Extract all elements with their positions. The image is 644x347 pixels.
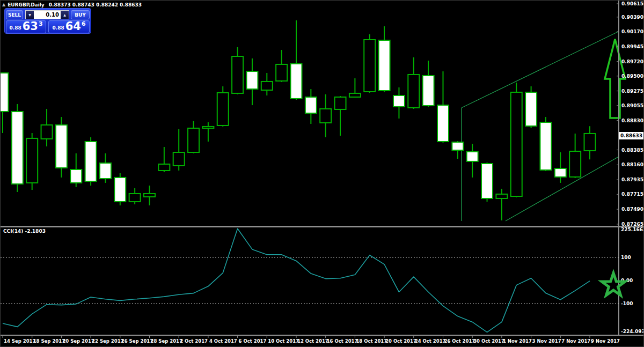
date-axis-label: 14 Sep 2017 — [4, 338, 35, 344]
candle-body — [584, 134, 596, 151]
candle-body — [291, 64, 302, 99]
date-axis-label: 9 Nov 2017 — [591, 338, 620, 344]
date-axis-label: 16 Oct 2017 — [327, 338, 358, 344]
price-axis-label: 0.89720 — [621, 59, 643, 64]
date-axis-label: 1 Nov 2017 — [503, 338, 532, 344]
candle-body — [173, 152, 185, 166]
candle-body — [540, 122, 551, 170]
sell-big-figure: 0.88 — [9, 25, 21, 31]
pane-separator[interactable] — [1, 226, 644, 227]
date-axis-label: 18 Oct 2017 — [356, 338, 387, 344]
cci-indicator-line — [3, 228, 590, 332]
trend-channel-line[interactable] — [462, 32, 618, 108]
buy-pipette: 6 — [82, 20, 86, 27]
buy-pips: 64 — [65, 21, 81, 32]
time-axis-separator — [1, 335, 644, 336]
candle-body — [85, 142, 97, 181]
date-axis-label: 2 Oct 2017 — [180, 338, 208, 344]
price-axis-label: 0.89275 — [621, 88, 643, 94]
candle-body — [379, 40, 390, 91]
candle-body — [232, 56, 243, 93]
candle-body — [217, 93, 229, 125]
date-axis-label: 30 Oct 2017 — [473, 338, 504, 344]
cci-axis-label: -100 — [621, 301, 633, 306]
candle-body — [188, 128, 199, 152]
buy-price-display[interactable]: 0.88 64 6 — [48, 20, 90, 33]
date-axis-label: 26 Oct 2017 — [444, 338, 475, 344]
lot-decrease-button[interactable]: ▼ — [26, 11, 34, 19]
ohlc-readout: 0.88373 0.88743 0.88242 0.88633 — [49, 2, 142, 8]
lot-increase-button[interactable]: ▲ — [61, 11, 69, 19]
candle-body — [276, 64, 287, 81]
date-axis-label: 18 Sep 2017 — [33, 338, 65, 344]
price-axis-label: 0.89500 — [621, 73, 643, 79]
price-axis-label: 0.87265 — [621, 222, 643, 227]
mt4-chart-window: 0.906150.903900.901700.899450.897200.895… — [0, 0, 644, 347]
lot-size-spinner: ▼ ▲ — [25, 10, 69, 19]
price-axis-label: 0.88830 — [621, 118, 643, 123]
candle-body — [202, 127, 214, 128]
candle-body — [56, 125, 67, 168]
candle-body — [467, 152, 478, 161]
date-axis-label: 6 Oct 2017 — [239, 338, 267, 344]
lot-size-input[interactable] — [34, 11, 61, 19]
candle-body — [41, 125, 53, 139]
current-price-tag: 0.88633 — [619, 132, 644, 139]
price-axis-label: 0.87935 — [621, 177, 643, 182]
price-axis-label: 0.90170 — [621, 29, 643, 34]
candle-body — [129, 194, 141, 202]
cci-axis-label: -224.093 — [621, 329, 644, 334]
price-axis-label: 0.88160 — [621, 162, 643, 167]
date-axis-label: 20 Oct 2017 — [385, 338, 416, 344]
candle-body — [144, 194, 155, 197]
price-axis-label: 0.90390 — [621, 14, 643, 20]
candle-body — [423, 76, 434, 106]
collapse-panel-icon[interactable]: ▲ — [2, 2, 5, 7]
candle-body — [1, 73, 9, 112]
cci-axis-label: 100 — [621, 255, 631, 260]
date-axis-label: 10 Oct 2017 — [268, 338, 299, 344]
candle-body — [496, 194, 507, 198]
candle-body — [261, 82, 273, 90]
candle-body — [114, 178, 126, 202]
date-axis-label: 4 Oct 2017 — [209, 338, 237, 344]
candle-body — [525, 92, 537, 126]
date-axis-label: 26 Sep 2017 — [121, 338, 153, 344]
candle-body — [481, 164, 493, 198]
chart-canvas[interactable]: 0.906150.903900.901700.899450.897200.895… — [1, 1, 644, 347]
candle-body — [511, 92, 522, 196]
candle-body — [569, 151, 581, 177]
date-axis-label: 3 Nov 2017 — [532, 338, 561, 344]
candle-body — [393, 95, 405, 107]
candle-body — [246, 71, 258, 89]
sell-button[interactable]: SELL — [6, 10, 23, 19]
price-axis-label: 0.87715 — [621, 191, 643, 197]
candle-body — [335, 97, 346, 109]
date-axis-label: 24 Oct 2017 — [415, 338, 446, 344]
candle-body — [12, 112, 23, 184]
candle-body — [100, 163, 111, 179]
sell-pipette: 3 — [39, 20, 43, 27]
date-axis-label: 28 Sep 2017 — [151, 338, 182, 344]
symbol-timeframe-label: EURGBP,Daily — [8, 2, 45, 8]
candle-body — [26, 138, 38, 183]
candle-body — [555, 168, 566, 177]
price-axis-label: 0.88385 — [621, 147, 643, 153]
candle-body — [320, 109, 331, 123]
candle-body — [452, 142, 463, 150]
buy-big-figure: 0.88 — [52, 25, 64, 31]
candle-body — [408, 75, 419, 108]
candle-body — [349, 93, 361, 97]
candle-body — [364, 40, 375, 92]
candle-body — [70, 169, 82, 183]
star-annotation[interactable] — [602, 273, 625, 296]
chart-title: ▲EURGBP,Daily0.88373 0.88743 0.88242 0.8… — [2, 2, 142, 8]
cci-axis-label: 225.1662 — [621, 227, 644, 232]
price-axis-label: 0.89055 — [621, 103, 643, 108]
one-click-trading-panel: SELL ▼ ▲ BUY 0.88 63 3 0.88 64 6 — [4, 8, 91, 34]
sell-price-display[interactable]: 0.88 63 3 — [6, 20, 46, 33]
price-axis-label: 0.87490 — [621, 206, 643, 212]
indicator-label: CCI(14) -2.1803 — [3, 228, 46, 234]
buy-button[interactable]: BUY — [71, 10, 90, 19]
date-axis-label: 20 Sep 2017 — [62, 338, 94, 344]
